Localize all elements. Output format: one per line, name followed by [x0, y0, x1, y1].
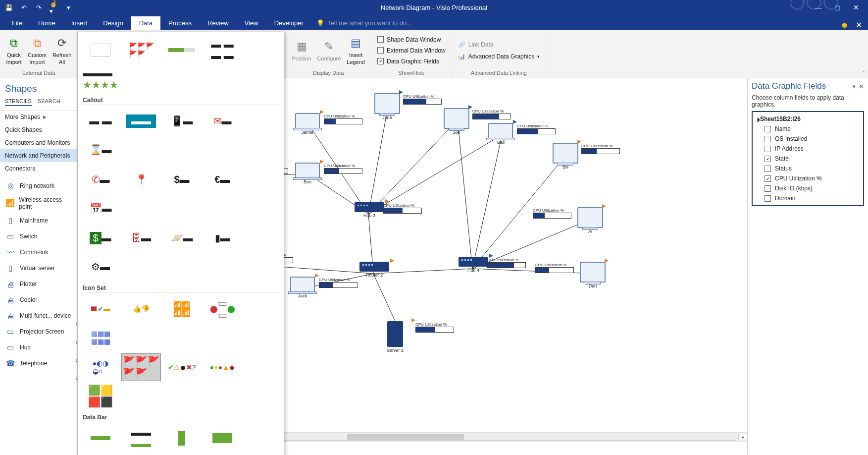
- tab-review[interactable]: Review: [200, 16, 237, 30]
- refresh-all-button[interactable]: ⟳ Refresh All: [51, 34, 74, 66]
- quick-import-button[interactable]: ⧉ Quick Import: [4, 34, 24, 66]
- gallery-iconset-lights[interactable]: ●●●▲◆: [203, 353, 242, 381]
- field-os-installed[interactable]: OS Installed: [756, 134, 860, 144]
- gallery-iconset-status[interactable]: ✔⚠●✖?: [162, 353, 202, 381]
- node-hub4[interactable]: Hub 4CPU Utilization %: [459, 257, 488, 273]
- scroll-right-icon[interactable]: ▸: [738, 434, 747, 440]
- tab-view[interactable]: View: [237, 16, 266, 30]
- shape-hub[interactable]: ▭Hub: [0, 340, 77, 355]
- gallery-item-label-bars[interactable]: ▬ ▬▬ ▬: [203, 36, 242, 64]
- gallery-iconset-wifi[interactable]: 📶📶📶📶: [162, 295, 202, 323]
- gallery-callout-phone2[interactable]: ✆▬: [81, 166, 120, 193]
- gallery-callout-money[interactable]: $▬: [81, 224, 120, 252]
- stencil-connectors[interactable]: Connectors: [0, 162, 77, 175]
- gallery-iconset-traffic[interactable]: 🟩🟨🟥⬛: [81, 382, 120, 410]
- node-dan[interactable]: DanCPU Utilization %: [580, 262, 606, 288]
- gallery-callout-calendar[interactable]: 📅▬: [81, 194, 120, 222]
- shape-comm-link[interactable]: 〰Comm-link: [0, 244, 77, 260]
- redo-icon[interactable]: ↷: [35, 3, 43, 11]
- taskpane-menu-icon[interactable]: ▾: [853, 83, 856, 90]
- node-bill[interactable]: BillCPU Utilization %: [553, 143, 578, 170]
- shape-switch[interactable]: ▭Switch: [0, 228, 77, 244]
- gallery-item-progress[interactable]: [162, 36, 202, 64]
- field-status[interactable]: Status: [756, 164, 860, 173]
- stencil-computers-and-monitors[interactable]: Computers and Monitors: [0, 136, 77, 149]
- insert-legend-button[interactable]: ▤ Insert Legend: [345, 34, 367, 66]
- gallery-databar-2[interactable]: ▬▬: [121, 424, 161, 452]
- taskpane-close-icon[interactable]: ✕: [859, 83, 864, 90]
- node-gail[interactable]: GailCPU Utilization %: [488, 123, 513, 145]
- gallery-iconset-flags[interactable]: 🚩🚩🚩🚩🚩: [121, 353, 161, 381]
- undo-icon[interactable]: ↶: [20, 3, 28, 11]
- node-server2[interactable]: Server 2CPU Utilization %: [387, 321, 404, 353]
- shape-plotter[interactable]: 🖨Plotter: [0, 276, 77, 292]
- field-state[interactable]: ✓State: [756, 154, 860, 164]
- node-ben[interactable]: BenCPU Utilization %: [295, 163, 320, 184]
- gallery-callout-badge[interactable]: ▬▬: [121, 107, 161, 135]
- collapse-ribbon-icon[interactable]: ˄: [863, 70, 865, 76]
- gallery-callout-server[interactable]: ▮▬: [203, 224, 242, 252]
- tab-home[interactable]: Home: [30, 16, 63, 30]
- gallery-item-none[interactable]: [81, 36, 120, 64]
- gallery-callout-phone[interactable]: 📱▬: [162, 107, 202, 135]
- gallery-callout-planet[interactable]: 🪐▬: [162, 224, 202, 252]
- stencil-network-and-peripherals[interactable]: Network and Peripherals: [0, 149, 77, 162]
- field-cpu-utilization-[interactable]: ✓CPU Utilization %: [756, 173, 860, 183]
- tab-file[interactable]: File: [4, 16, 30, 30]
- shape-telephone[interactable]: ☎Telephone: [0, 355, 77, 371]
- smiley-feedback-icon[interactable]: ☻: [840, 21, 849, 30]
- gallery-callout-text[interactable]: ▬ ▬: [81, 107, 120, 135]
- gallery-iconset-shields[interactable]: ⯀✔▬: [81, 295, 120, 323]
- shape-projector-screen[interactable]: ▭Projector Screen: [0, 324, 77, 340]
- gallery-callout-dollar[interactable]: $▬: [162, 166, 202, 193]
- toggle-data-graphic-fields[interactable]: ✓Data Graphic Fields: [375, 57, 441, 66]
- shape-mainframe[interactable]: ▯Mainframe: [0, 213, 77, 228]
- gallery-iconset-thumbs[interactable]: 👍👎: [121, 295, 161, 323]
- shape-ring-network[interactable]: ◎Ring network: [0, 178, 77, 194]
- tab-data[interactable]: Data: [131, 16, 160, 30]
- gallery-databar-3[interactable]: [162, 424, 202, 452]
- shape-wireless-access-point[interactable]: 📶Wireless access point: [0, 194, 77, 213]
- gallery-iconset-grid[interactable]: ▦▦▦▦▦▦: [81, 324, 120, 351]
- gallery-callout-hourglass[interactable]: ⌛▬: [81, 136, 120, 164]
- gallery-callout-pin[interactable]: 📍: [121, 166, 161, 193]
- tell-me-search[interactable]: 💡 Tell me what you want to do...: [311, 16, 417, 30]
- stencil-more-shapes[interactable]: More Shapes▶: [0, 111, 77, 123]
- configure-button[interactable]: ✎ Configure: [315, 38, 343, 63]
- custom-import-button[interactable]: ⧉ Custom Import: [26, 34, 49, 66]
- save-icon[interactable]: 💾: [5, 3, 13, 11]
- field-domain[interactable]: Domain: [756, 193, 860, 203]
- node-hub3[interactable]: Hub 3CPU Utilization %: [355, 202, 384, 218]
- stencils-tab[interactable]: STENCILS: [5, 98, 32, 106]
- gallery-databar-1[interactable]: [81, 424, 120, 452]
- field-disk-io-kbps-[interactable]: Disk IO (kbps): [756, 183, 860, 193]
- node-al[interactable]: AlCPU Utilization %: [577, 207, 603, 234]
- gallery-callout-mail[interactable]: ✉▬: [203, 107, 242, 135]
- node-router2[interactable]: Router 2: [359, 262, 389, 278]
- stencil-quick-shapes[interactable]: Quick Shapes: [0, 123, 77, 136]
- tab-developer[interactable]: Developer: [266, 16, 311, 30]
- close-icon[interactable]: ✕: [850, 1, 862, 13]
- toggle-shape-data-window[interactable]: Shape Data Window: [375, 35, 443, 44]
- gallery-item-flags-2row[interactable]: 🚩🚩🚩🚩🚩: [121, 36, 161, 64]
- tab-design[interactable]: Design: [95, 16, 131, 30]
- tab-process[interactable]: Process: [160, 16, 200, 30]
- touch-mode-icon[interactable]: ☝▾: [50, 3, 57, 11]
- gallery-callout-database[interactable]: 🗄▬: [121, 224, 161, 252]
- gallery-iconset-harvey[interactable]: ●◐◑◒○: [81, 353, 120, 381]
- gallery-databar-5[interactable]: [81, 453, 120, 455]
- qat-more-icon[interactable]: ▾: [64, 3, 72, 11]
- data-source-label[interactable]: Sheet1$B2:I26: [756, 114, 860, 124]
- search-tab[interactable]: SEARCH: [38, 98, 60, 106]
- shape-multi-funct-device[interactable]: 🖨Multi-funct... device: [0, 308, 77, 324]
- node-jane[interactable]: JaneCPU Utilization %: [374, 93, 400, 120]
- shape-copier[interactable]: 🖨Copier: [0, 292, 77, 308]
- field-name[interactable]: Name: [756, 124, 860, 134]
- ribbon-close-icon[interactable]: ✕: [856, 20, 862, 30]
- shape-virtual-server[interactable]: ▯Virtual server: [0, 260, 77, 276]
- gallery-callout-gear[interactable]: ⚙▬: [81, 253, 120, 281]
- position-button[interactable]: ▦ Position: [290, 38, 313, 63]
- node-jamie[interactable]: JamieCPU Utilization %: [295, 113, 320, 135]
- toggle-external-data-window[interactable]: External Data Window: [375, 46, 448, 55]
- gallery-item-stars[interactable]: ▬▬▬★★★★: [81, 65, 120, 93]
